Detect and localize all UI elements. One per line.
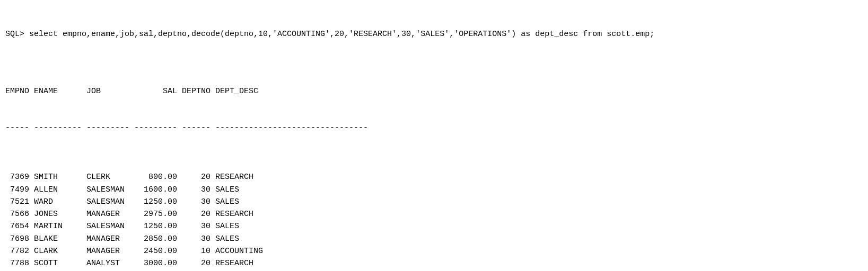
table-row: 7369 SMITH CLERK 800.00 20 RESEARCH [5, 171, 863, 183]
table-row: 7521 WARD SALESMAN 1250.00 30 SALES [5, 196, 863, 208]
table-row: 7698 BLAKE MANAGER 2850.00 30 SALES [5, 233, 863, 245]
result-rows: 7369 SMITH CLERK 800.00 20 RESEARCH 7499… [5, 171, 863, 271]
sql-prompt-line: SQL> select empno,ename,job,sal,deptno,d… [5, 28, 863, 40]
result-header: EMPNO ENAME JOB SAL DEPTNO DEPT_DESC [5, 85, 863, 97]
result-divider: ----- ---------- --------- --------- ---… [5, 122, 863, 134]
table-row: 7654 MARTIN SALESMAN 1250.00 30 SALES [5, 220, 863, 232]
sql-terminal-output: SQL> select empno,ename,job,sal,deptno,d… [0, 0, 868, 271]
table-row: 7788 SCOTT ANALYST 3000.00 20 RESEARCH [5, 257, 863, 269]
table-row: 7566 JONES MANAGER 2975.00 20 RESEARCH [5, 208, 863, 220]
table-row: 7782 CLARK MANAGER 2450.00 10 ACCOUNTING [5, 245, 863, 257]
table-row: 7499 ALLEN SALESMAN 1600.00 30 SALES [5, 184, 863, 196]
